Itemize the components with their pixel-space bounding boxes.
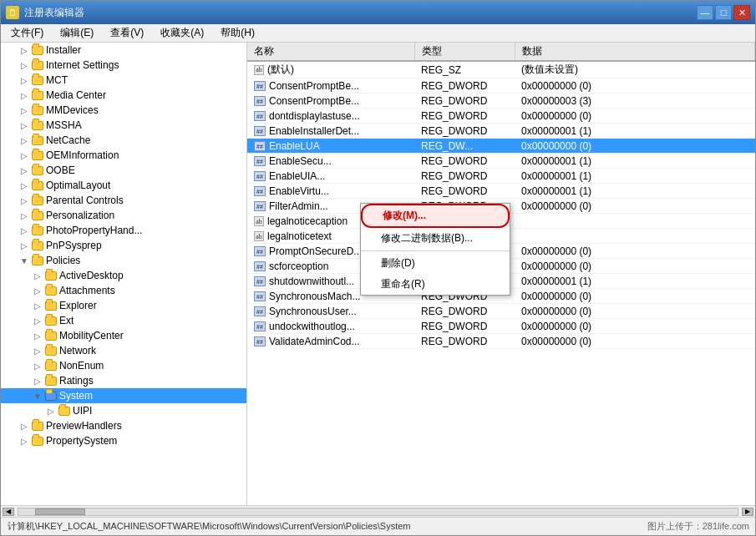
scroll-thumb[interactable] [35, 508, 85, 515]
sidebar-item-activedesktop[interactable]: ▷ ActiveDesktop [1, 268, 246, 283]
menu-help[interactable]: 帮助(H) [214, 24, 261, 42]
value-name-cell: ##ValidateAdminCod... [247, 334, 414, 349]
dword-icon: ## [254, 306, 266, 316]
value-data-cell: 0x00000001 (1) [515, 154, 755, 169]
folder-icon [31, 134, 44, 146]
sidebar-item-propertysystem[interactable]: ▷ PropertySystem [1, 433, 246, 448]
table-row[interactable]: ##EnableVirtu...REG_DWORD0x00000001 (1) [247, 184, 755, 199]
sidebar-item-internet-settings[interactable]: ▷ Internet Settings [1, 58, 246, 73]
folder-icon [58, 405, 71, 417]
horizontal-scrollbar[interactable]: ◀ ▶ [1, 505, 755, 517]
folder-icon [31, 180, 44, 191]
context-menu-modify-binary[interactable]: 修改二进制数据(B)... [361, 228, 510, 249]
expand-icon: ▷ [18, 61, 31, 70]
dword-icon: ## [254, 201, 266, 211]
sidebar-item-policies[interactable]: ▼ Policies [1, 253, 246, 268]
sidebar-label: Explorer [59, 300, 97, 311]
sidebar-item-system[interactable]: ▼ System [1, 388, 246, 403]
maximize-button[interactable]: □ [715, 5, 732, 20]
sidebar-item-network[interactable]: ▷ Network [1, 343, 246, 358]
sidebar-label: Ext [59, 315, 74, 326]
sidebar-label: MCT [46, 74, 68, 86]
table-row[interactable]: ##undockwithoutlog...REG_DWORD0x00000000… [247, 319, 755, 334]
sidebar-item-mct[interactable]: ▷ MCT [1, 73, 246, 88]
sidebar-item-media-center[interactable]: ▷ Media Center [1, 88, 246, 103]
value-data-cell [515, 229, 755, 244]
table-row[interactable]: ##EnableSecu...REG_DWORD0x00000001 (1) [247, 154, 755, 169]
folder-icon [31, 59, 44, 71]
value-data-cell: 0x00000000 (0) [515, 259, 755, 274]
dword-icon: ## [254, 156, 266, 166]
dword-icon: ## [254, 246, 266, 256]
sidebar-item-attachments[interactable]: ▷ Attachments [1, 283, 246, 298]
minimize-button[interactable]: — [697, 5, 713, 20]
sidebar-item-mobilitycenter[interactable]: ▷ MobilityCenter [1, 328, 246, 343]
expand-icon: ▷ [18, 226, 31, 235]
sidebar-item-mmdevices[interactable]: ▷ MMDevices [1, 103, 246, 118]
sidebar-label: UIPI [73, 405, 92, 417]
sidebar-item-oeminformation[interactable]: ▷ OEMInformation [1, 148, 246, 163]
sidebar-item-pnpsysprep[interactable]: ▷ PnPSysprep [1, 238, 246, 253]
value-name-cell: ##EnableInstallerDet... [247, 124, 414, 139]
menu-view[interactable]: 查看(V) [104, 24, 150, 42]
context-menu-rename[interactable]: 重命名(R) [361, 274, 510, 295]
sidebar-item-explorer[interactable]: ▷ Explorer [1, 298, 246, 313]
sidebar-item-ext[interactable]: ▷ Ext [1, 313, 246, 328]
expand-icon: ▷ [18, 437, 31, 446]
close-button[interactable]: ✕ [733, 5, 750, 20]
value-name-cell: ##ConsentPromptBe... [247, 78, 414, 94]
sidebar-item-uipi[interactable]: ▷ UIPI [1, 403, 246, 418]
context-menu-modify[interactable]: 修改(M)... [361, 204, 510, 228]
dword-icon: ## [254, 171, 266, 181]
scroll-left-btn[interactable]: ◀ [3, 508, 14, 516]
table-row[interactable]: ##ConsentPromptBe...REG_DWORD0x00000003 … [247, 94, 755, 109]
table-row[interactable]: ##EnableLUAREG_DW...0x00000000 (0) [247, 139, 755, 154]
sidebar-label: ActiveDesktop [59, 270, 124, 281]
col-data-header[interactable]: 数据 [515, 43, 755, 61]
expand-icon: ▷ [18, 106, 31, 115]
folder-icon [31, 164, 44, 176]
registry-table: 名称 类型 数据 ab(默认)REG_SZ(数值未设置)##ConsentPro… [247, 43, 755, 349]
folder-icon [31, 225, 44, 236]
expand-icon: ▷ [18, 166, 31, 175]
table-row[interactable]: ##EnableUIA...REG_DWORD0x00000001 (1) [247, 169, 755, 184]
sidebar-item-previewhandlers[interactable]: ▷ PreviewHandlers [1, 418, 246, 433]
menu-favorites[interactable]: 收藏夹(A) [154, 24, 211, 42]
table-row[interactable]: ##dontdisplaylastuse...REG_DWORD0x000000… [247, 109, 755, 124]
sidebar[interactable]: ▷ Installer ▷ Internet Settings ▷ MCT ▷ … [1, 43, 247, 505]
sidebar-label: NonEnum [59, 360, 104, 372]
sidebar-item-installer[interactable]: ▷ Installer [1, 43, 246, 58]
scroll-right-btn[interactable]: ▶ [742, 508, 753, 516]
sidebar-label: Policies [46, 255, 80, 266]
table-row[interactable]: ##ConsentPromptBe...REG_DWORD0x00000000 … [247, 78, 755, 94]
menu-edit[interactable]: 编辑(E) [53, 24, 100, 42]
table-row[interactable]: ##ValidateAdminCod...REG_DWORD0x00000000… [247, 334, 755, 349]
value-name-cell: ##SynchronousUser... [247, 304, 414, 319]
context-menu-delete[interactable]: 删除(D) [361, 253, 510, 274]
expand-icon: ▷ [31, 301, 44, 311]
sidebar-label: MSSHA [46, 119, 82, 131]
sidebar-item-personalization[interactable]: ▷ Personalization [1, 208, 246, 223]
menu-file[interactable]: 文件(F) [4, 24, 50, 42]
sidebar-item-oobe[interactable]: ▷ OOBE [1, 163, 246, 178]
expand-icon: ▷ [18, 211, 31, 220]
value-data-cell: 0x00000000 (0) [515, 78, 755, 94]
col-name-header[interactable]: 名称 [247, 43, 414, 61]
table-row[interactable]: ab(默认)REG_SZ(数值未设置) [247, 61, 755, 78]
scroll-track[interactable] [18, 508, 738, 516]
menu-bar: 文件(F) 编辑(E) 查看(V) 收藏夹(A) 帮助(H) [1, 24, 755, 43]
sidebar-item-nonenum[interactable]: ▷ NonEnum [1, 358, 246, 373]
value-data-cell: 0x00000001 (1) [515, 274, 755, 289]
sidebar-item-ratings[interactable]: ▷ Ratings [1, 373, 246, 388]
sidebar-item-parental-controls[interactable]: ▷ Parental Controls [1, 193, 246, 208]
sidebar-item-photopropertyhand[interactable]: ▷ PhotoPropertyHand... [1, 223, 246, 238]
expand-icon: ▷ [18, 136, 31, 145]
sidebar-item-netcache[interactable]: ▷ NetCache [1, 133, 246, 148]
sidebar-item-optimallayout[interactable]: ▷ OptimalLayout [1, 178, 246, 193]
table-row[interactable]: ##SynchronousUser...REG_DWORD0x00000000 … [247, 304, 755, 319]
col-type-header[interactable]: 类型 [414, 43, 515, 61]
folder-icon [44, 330, 58, 341]
value-type-cell: REG_DW... [414, 139, 515, 154]
sidebar-item-mssha[interactable]: ▷ MSSHA [1, 118, 246, 133]
table-row[interactable]: ##EnableInstallerDet...REG_DWORD0x000000… [247, 124, 755, 139]
